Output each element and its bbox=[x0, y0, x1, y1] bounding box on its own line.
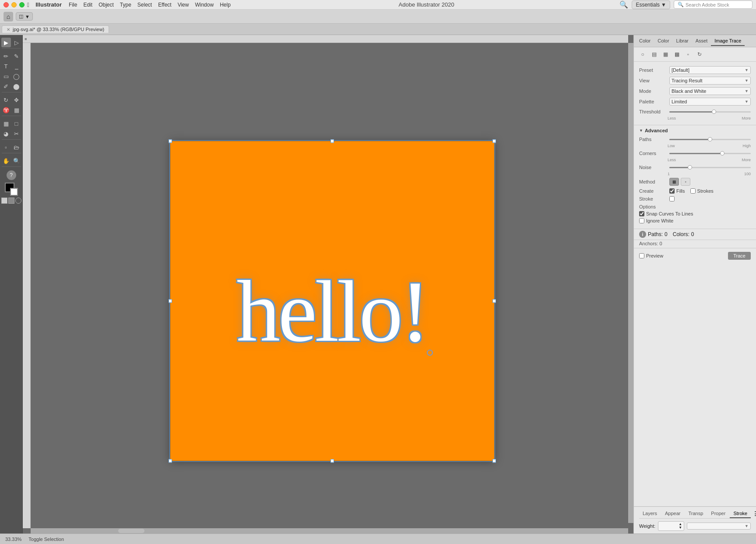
fills-checkbox[interactable] bbox=[669, 188, 675, 194]
noise-slider[interactable] bbox=[669, 164, 751, 171]
warp-tool[interactable]: ♈ bbox=[1, 105, 11, 115]
menu-window[interactable]: Window bbox=[192, 1, 216, 9]
search-adobe-stock[interactable]: 🔍 Search Adobe Stock bbox=[674, 0, 752, 9]
menu-edit[interactable]: Edit bbox=[81, 1, 95, 9]
zoom-tool[interactable]: 🔍 bbox=[12, 156, 21, 166]
menu-file[interactable]: File bbox=[66, 1, 80, 9]
scissors-tool[interactable]: ✂ bbox=[12, 129, 21, 138]
method-btn-2[interactable]: ▫ bbox=[681, 178, 690, 186]
stroke-tab-transp[interactable]: Transp bbox=[685, 509, 707, 518]
close-button[interactable] bbox=[4, 2, 9, 7]
blob-tool[interactable]: ⬤ bbox=[12, 81, 21, 91]
handle-bottom-left[interactable] bbox=[169, 459, 172, 463]
home-button[interactable]: ⌂ bbox=[4, 12, 13, 21]
corners-slider[interactable] bbox=[669, 150, 751, 157]
advanced-header[interactable]: ▼ Advanced bbox=[639, 128, 751, 133]
document-tab[interactable]: ✕ jpg-svg.ai* @ 33.33% (RGB/GPU Preview) bbox=[2, 25, 109, 33]
eraser-tool[interactable]: ◕ bbox=[1, 129, 11, 138]
grid-icon[interactable]: ▦ bbox=[660, 49, 671, 60]
method-btn-1[interactable]: ▩ bbox=[669, 178, 679, 186]
handle-middle-left[interactable] bbox=[169, 299, 172, 303]
preview-checkbox[interactable] bbox=[639, 253, 644, 258]
mode-dropdown[interactable]: Black and White ▼ bbox=[669, 87, 751, 95]
bar-icon1[interactable]: ▩ bbox=[672, 49, 682, 60]
paintbrush-tool[interactable]: ✐ bbox=[1, 81, 11, 91]
menu-help[interactable]: Help bbox=[217, 1, 233, 9]
trace-button[interactable]: Trace bbox=[728, 252, 751, 260]
menu-view[interactable]: View bbox=[175, 1, 192, 9]
tab-close-icon[interactable]: ✕ bbox=[7, 27, 10, 32]
pencil-tool[interactable]: ✎ bbox=[12, 51, 21, 61]
stroke-tab-proper[interactable]: Proper bbox=[707, 509, 729, 518]
strokes-checkbox[interactable] bbox=[690, 188, 696, 194]
tab-color2[interactable]: Color bbox=[654, 36, 672, 46]
weight-stepper[interactable]: ▲ ▼ bbox=[679, 523, 682, 530]
tab-asset[interactable]: Asset bbox=[692, 36, 711, 46]
circle-preset-icon[interactable]: ○ bbox=[637, 49, 648, 60]
palette-dropdown[interactable]: Limited ▼ bbox=[669, 98, 751, 106]
scrollbar-vertical[interactable] bbox=[628, 43, 633, 523]
scrollbar-horizontal[interactable] bbox=[31, 528, 628, 533]
threshold-thumb[interactable] bbox=[712, 110, 716, 114]
direct-selection-tool[interactable]: ▷ bbox=[12, 38, 21, 47]
graph-tool[interactable]: ▦ bbox=[12, 105, 21, 115]
ellipse-tool[interactable]: ◯ bbox=[12, 71, 21, 81]
snap-curves-checkbox[interactable] bbox=[639, 211, 644, 216]
corners-thumb[interactable] bbox=[720, 151, 724, 155]
stroke-tab-layers[interactable]: Layers bbox=[639, 509, 661, 518]
workspace-switcher[interactable]: ◫ ▼ bbox=[16, 12, 33, 21]
line-tool[interactable]: ⎯ bbox=[12, 61, 21, 71]
paths-thumb[interactable] bbox=[708, 137, 712, 141]
handle-middle-right[interactable] bbox=[492, 299, 496, 303]
essentials-button[interactable]: Essentials ▼ bbox=[632, 0, 670, 9]
menu-type[interactable]: Type bbox=[117, 1, 134, 9]
stroke-tab-appear[interactable]: Appear bbox=[661, 509, 684, 518]
search-icon[interactable]: 🔍 bbox=[619, 0, 628, 9]
view-dropdown[interactable]: Tracing Result ▼ bbox=[669, 77, 751, 85]
handle-top-left[interactable] bbox=[169, 139, 172, 143]
handle-bottom-right[interactable] bbox=[492, 459, 496, 463]
slice-tool[interactable]: □ bbox=[12, 119, 21, 128]
normal-mode[interactable] bbox=[1, 198, 7, 204]
screen-mode[interactable] bbox=[8, 198, 14, 204]
menu-object[interactable]: Object bbox=[96, 1, 116, 9]
scale-tool[interactable]: ✥ bbox=[12, 95, 21, 105]
eyedropper-tool[interactable]: 🗁 bbox=[12, 142, 21, 152]
noise-thumb[interactable] bbox=[688, 165, 692, 170]
stroke-tab-stroke[interactable]: Stroke bbox=[730, 509, 751, 518]
refresh-icon[interactable]: ↻ bbox=[694, 49, 705, 60]
preset-dropdown[interactable]: [Default] ▼ bbox=[669, 66, 751, 74]
rect-tool[interactable]: ▭ bbox=[1, 71, 11, 81]
bar-icon2[interactable]: ▫ bbox=[683, 49, 693, 60]
camera-icon[interactable]: ▤ bbox=[649, 49, 659, 60]
menu-select[interactable]: Select bbox=[135, 1, 155, 9]
artboard[interactable]: hello! bbox=[170, 141, 494, 461]
artboard-tool[interactable]: ▦ bbox=[1, 119, 11, 128]
handle-bottom-center[interactable] bbox=[331, 459, 334, 463]
scrollbar-h-thumb[interactable] bbox=[118, 529, 144, 533]
weight-unit-dropdown[interactable]: ▼ bbox=[687, 523, 751, 530]
menu-effect[interactable]: Effect bbox=[155, 1, 174, 9]
tab-image-trace[interactable]: Image Trace bbox=[711, 36, 745, 46]
fill-tool[interactable]: ▫ bbox=[1, 142, 11, 152]
paths-slider[interactable] bbox=[669, 136, 751, 143]
handle-top-right[interactable] bbox=[492, 139, 496, 143]
minimize-button[interactable] bbox=[11, 2, 17, 7]
panel-menu-icon[interactable]: ☰ bbox=[752, 509, 756, 518]
selection-tool[interactable]: ▶ bbox=[1, 38, 11, 47]
pen-tool[interactable]: ✏ bbox=[1, 51, 11, 61]
question-tool[interactable]: ? bbox=[7, 170, 16, 180]
ignore-white-checkbox[interactable] bbox=[639, 218, 644, 223]
background-color[interactable] bbox=[10, 188, 18, 196]
canvas-area[interactable]: ■ hello! bbox=[23, 35, 633, 533]
rotate-tool[interactable]: ↻ bbox=[1, 95, 11, 105]
tab-library[interactable]: Librar bbox=[673, 36, 692, 46]
stroke-checkbox[interactable] bbox=[669, 196, 675, 201]
threshold-slider[interactable] bbox=[669, 108, 751, 115]
maximize-button[interactable] bbox=[19, 2, 25, 7]
tab-color1[interactable]: Color bbox=[636, 36, 654, 46]
type-tool[interactable]: T bbox=[1, 61, 11, 71]
scrollbar-thumb[interactable] bbox=[629, 52, 633, 69]
weight-input[interactable]: ▲ ▼ bbox=[658, 521, 684, 531]
full-screen-mode[interactable] bbox=[15, 198, 21, 204]
